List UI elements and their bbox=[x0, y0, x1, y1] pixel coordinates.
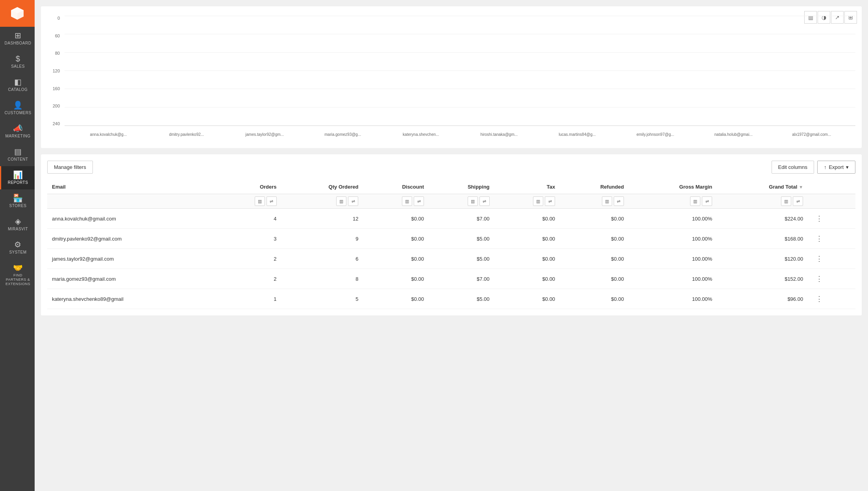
export-button[interactable]: ↑ Export ▾ bbox=[817, 161, 855, 174]
filter-orders: ▥ ⇌ bbox=[216, 194, 281, 209]
cell-refunded: $0.00 bbox=[560, 229, 629, 249]
cell-email: dmitry.pavlenko92@gmail.com bbox=[47, 229, 216, 249]
cell-discount: $0.00 bbox=[363, 209, 429, 229]
cell-discount: $0.00 bbox=[363, 269, 429, 289]
cell-orders: 2 bbox=[216, 269, 281, 289]
sidebar-item-system[interactable]: ⚙ SYSTEM bbox=[0, 236, 35, 259]
cell-qty_ordered: 9 bbox=[281, 229, 363, 249]
cell-grand_total: $168.00 bbox=[717, 229, 808, 249]
filter-discount-filter-btn[interactable]: ⇌ bbox=[414, 196, 424, 206]
sidebar-item-content[interactable]: ▤ CONTENT bbox=[0, 143, 35, 166]
filter-grand-total: ▥ ⇌ bbox=[717, 194, 808, 209]
cell-orders: 4 bbox=[216, 209, 281, 229]
row-actions-button[interactable]: ⋮ bbox=[812, 294, 826, 304]
sidebar-item-sales[interactable]: $ SALES bbox=[0, 50, 35, 73]
filter-orders-chart-btn[interactable]: ▥ bbox=[255, 196, 265, 206]
row-actions-cell: ⋮ bbox=[808, 249, 855, 269]
cell-refunded: $0.00 bbox=[560, 249, 629, 269]
chart-plot bbox=[65, 16, 855, 126]
filter-shipping-chart-btn[interactable]: ▥ bbox=[468, 196, 478, 206]
filter-refunded-filter-btn[interactable]: ⇌ bbox=[614, 196, 624, 206]
cell-refunded: $0.00 bbox=[560, 209, 629, 229]
cell-grand_total: $152.00 bbox=[717, 269, 808, 289]
system-icon: ⚙ bbox=[14, 241, 22, 248]
table-section: Manage filters Edit columns ↑ Export ▾ E… bbox=[41, 154, 862, 315]
sidebar-label-stores: STORES bbox=[9, 204, 27, 208]
filter-email bbox=[47, 194, 216, 209]
logo[interactable] bbox=[0, 0, 35, 27]
chart-x-label: natalia.holub@gmai... bbox=[696, 132, 771, 137]
sidebar-item-mirasvit[interactable]: ◈ MIRASVIT bbox=[0, 213, 35, 236]
filter-qty-filter-btn[interactable]: ⇌ bbox=[348, 196, 358, 206]
filter-discount-chart-btn[interactable]: ▥ bbox=[402, 196, 412, 206]
table-header-row: Email Orders Qty Ordered Di bbox=[47, 180, 855, 194]
sidebar-item-find-partners[interactable]: 🤝 FIND PARTNERS & EXTENSIONS bbox=[0, 259, 35, 291]
chart-x-label: emily.johnson97@g... bbox=[618, 132, 693, 137]
marketing-icon: 📣 bbox=[13, 124, 23, 132]
table-toolbar: Manage filters Edit columns ↑ Export ▾ bbox=[47, 161, 855, 174]
row-actions-button[interactable]: ⋮ bbox=[812, 274, 826, 284]
th-discount: Discount bbox=[363, 180, 429, 194]
sidebar-label-catalog: CATALOG bbox=[8, 87, 28, 92]
cell-shipping: $5.00 bbox=[429, 289, 494, 309]
filter-qty-chart-btn[interactable]: ▥ bbox=[336, 196, 346, 206]
sidebar-item-reports[interactable]: 📊 REPORTS bbox=[0, 166, 35, 189]
cell-grand_total: $96.00 bbox=[717, 289, 808, 309]
cell-qty_ordered: 5 bbox=[281, 289, 363, 309]
cell-orders: 1 bbox=[216, 289, 281, 309]
sidebar-item-catalog[interactable]: ◧ CATALOG bbox=[0, 73, 35, 96]
sidebar-item-customers[interactable]: 👤 CUSTOMERS bbox=[0, 96, 35, 120]
sidebar-label-dashboard: DASHBOARD bbox=[5, 41, 31, 45]
row-actions-button[interactable]: ⋮ bbox=[812, 213, 826, 224]
row-actions-button[interactable]: ⋮ bbox=[812, 254, 826, 264]
filter-refunded: ▥ ⇌ bbox=[560, 194, 629, 209]
cell-gross_margin: 100.00% bbox=[629, 269, 717, 289]
filter-gt-chart-btn[interactable]: ▥ bbox=[781, 196, 791, 206]
th-grand-total[interactable]: Grand Total ▼ bbox=[717, 180, 808, 194]
cell-shipping: $5.00 bbox=[429, 249, 494, 269]
row-actions-cell: ⋮ bbox=[808, 209, 855, 229]
table-row: dmitry.pavlenko92@gmail.com39$0.00$5.00$… bbox=[47, 229, 855, 249]
sidebar-item-marketing[interactable]: 📣 MARKETING bbox=[0, 120, 35, 143]
filter-orders-filter-btn[interactable]: ⇌ bbox=[267, 196, 277, 206]
filter-gm-chart-btn[interactable]: ▥ bbox=[690, 196, 700, 206]
edit-columns-button[interactable]: Edit columns bbox=[772, 161, 814, 174]
sidebar-label-system: SYSTEM bbox=[9, 250, 26, 254]
chart-x-label: james.taylor92@gm... bbox=[227, 132, 302, 137]
cell-orders: 3 bbox=[216, 229, 281, 249]
cell-qty_ordered: 6 bbox=[281, 249, 363, 269]
cell-grand_total: $120.00 bbox=[717, 249, 808, 269]
export-chevron-icon: ▾ bbox=[846, 164, 849, 170]
sidebar-label-marketing: MARKETING bbox=[6, 134, 31, 138]
sidebar-item-stores[interactable]: 🏪 STORES bbox=[0, 189, 35, 213]
sidebar-label-customers: CUSTOMERS bbox=[4, 111, 31, 115]
th-tax: Tax bbox=[494, 180, 560, 194]
chart-x-label: hiroshi.tanaka@gm... bbox=[462, 132, 537, 137]
filter-tax-filter-btn[interactable]: ⇌ bbox=[545, 196, 555, 206]
row-actions-cell: ⋮ bbox=[808, 269, 855, 289]
filter-refunded-chart-btn[interactable]: ▥ bbox=[602, 196, 612, 206]
chart-x-label: kateryna.shevchen... bbox=[383, 132, 459, 137]
row-actions-button[interactable]: ⋮ bbox=[812, 233, 826, 244]
cell-shipping: $5.00 bbox=[429, 229, 494, 249]
filter-shipping-filter-btn[interactable]: ⇌ bbox=[479, 196, 490, 206]
table-right-actions: Edit columns ↑ Export ▾ bbox=[772, 161, 856, 174]
cell-qty_ordered: 12 bbox=[281, 209, 363, 229]
catalog-icon: ◧ bbox=[14, 78, 22, 86]
th-gross-margin: Gross Margin bbox=[629, 180, 717, 194]
chart-bars bbox=[65, 16, 855, 126]
row-actions-cell: ⋮ bbox=[808, 229, 855, 249]
filter-gt-filter-btn[interactable]: ⇌ bbox=[793, 196, 803, 206]
manage-filters-button[interactable]: Manage filters bbox=[47, 161, 93, 174]
mirasvit-icon: ◈ bbox=[15, 217, 21, 225]
table-row: james.taylor92@gmail.com26$0.00$5.00$0.0… bbox=[47, 249, 855, 269]
chart-x-label: anna.kovalchuk@g... bbox=[71, 132, 146, 137]
sidebar-item-dashboard[interactable]: ⊞ DASHBOARD bbox=[0, 27, 35, 50]
chart-x-labels: anna.kovalchuk@g...dmitry.pavlenko92...j… bbox=[65, 127, 855, 142]
find-partners-icon: 🤝 bbox=[13, 264, 23, 272]
filter-tax-chart-btn[interactable]: ▥ bbox=[533, 196, 543, 206]
cell-shipping: $7.00 bbox=[429, 269, 494, 289]
cell-email: maria.gomez93@gmail.com bbox=[47, 269, 216, 289]
table-filter-row: ▥ ⇌ ▥ ⇌ ▥ ⇌ bbox=[47, 194, 855, 209]
filter-gm-filter-btn[interactable]: ⇌ bbox=[702, 196, 712, 206]
